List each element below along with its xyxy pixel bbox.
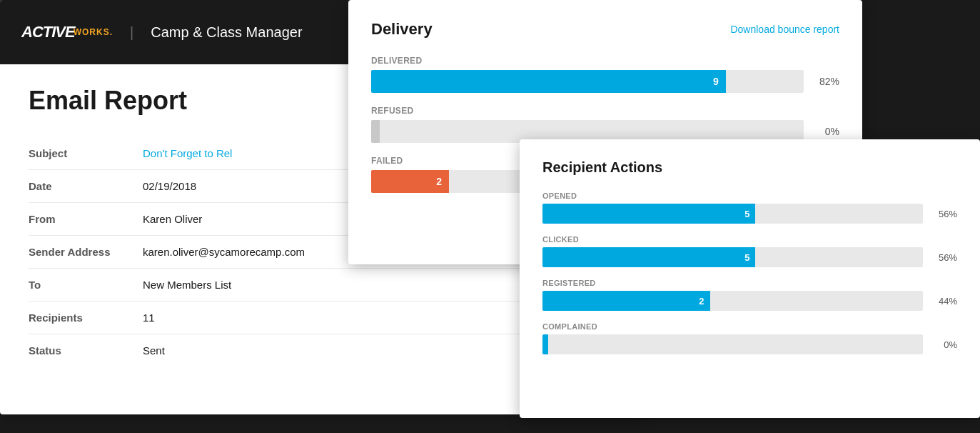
recipient-metric: Clicked556% bbox=[542, 235, 957, 267]
bar-percent: 0% bbox=[811, 126, 839, 137]
ra-bar-fill: 5 bbox=[542, 247, 755, 267]
recipient-metric: Registered244% bbox=[542, 279, 957, 311]
field-label: Sender Address bbox=[29, 236, 143, 269]
delivery-metric: Refused0% bbox=[371, 106, 839, 143]
field-label: Recipients bbox=[29, 302, 143, 334]
ra-bar-container: 556% bbox=[542, 247, 957, 267]
ra-metric-label: Opened bbox=[542, 191, 957, 200]
ra-bar-fill bbox=[542, 334, 548, 354]
ra-bar-container: 0% bbox=[542, 334, 957, 354]
logo-area: ACTIVE works. | Camp & Class Manager bbox=[21, 23, 303, 41]
ra-bar-container: 556% bbox=[542, 204, 957, 224]
metric-label: Delivered bbox=[371, 56, 839, 66]
ra-metric-label: Registered bbox=[542, 279, 957, 287]
app-name: Camp & Class Manager bbox=[151, 24, 302, 41]
recipient-metrics: Opened556%Clicked556%Registered244%Compl… bbox=[542, 191, 957, 354]
delivery-title: Delivery bbox=[371, 20, 433, 39]
recipient-metric: Opened556% bbox=[542, 191, 957, 224]
works-text: works. bbox=[74, 27, 113, 37]
metric-label: Refused bbox=[371, 106, 839, 116]
ra-bar-container: 244% bbox=[542, 291, 957, 311]
recipient-metric: Complained0% bbox=[542, 322, 957, 354]
bar-track: 9 bbox=[371, 70, 804, 93]
field-label: Status bbox=[29, 334, 143, 367]
ra-bar-track: 5 bbox=[542, 247, 923, 267]
ra-bar-percent: 44% bbox=[930, 296, 957, 307]
download-bounce-report-link[interactable]: Download bounce report bbox=[730, 24, 839, 35]
recipient-actions-card: Recipient Actions Opened556%Clicked556%R… bbox=[520, 139, 980, 418]
ra-bar-percent: 56% bbox=[930, 252, 957, 263]
logo-divider: | bbox=[130, 24, 133, 41]
ra-bar-track: 5 bbox=[542, 204, 923, 224]
ra-bar-track bbox=[542, 334, 923, 354]
bar-fill: 9 bbox=[371, 70, 726, 93]
field-label: To bbox=[29, 269, 143, 302]
ra-bar-percent: 56% bbox=[930, 209, 957, 219]
recipient-actions-title: Recipient Actions bbox=[542, 159, 957, 176]
field-label: Date bbox=[29, 170, 143, 203]
bar-fill: 2 bbox=[371, 170, 449, 193]
ra-bar-track: 2 bbox=[542, 291, 923, 311]
ra-metric-label: Clicked bbox=[542, 235, 957, 244]
active-text: ACTIVE bbox=[21, 23, 75, 41]
delivery-metric: Delivered982% bbox=[371, 56, 839, 93]
ra-bar-fill: 5 bbox=[542, 204, 755, 224]
bar-container: 982% bbox=[371, 70, 839, 93]
bar-percent: 82% bbox=[811, 76, 839, 87]
bar-fill bbox=[371, 120, 380, 143]
delivery-header: Delivery Download bounce report bbox=[371, 20, 839, 39]
subject-link[interactable]: Don't Forget to Rel bbox=[143, 147, 232, 159]
field-label: Subject bbox=[29, 137, 143, 170]
field-label: From bbox=[29, 203, 143, 236]
ra-bar-fill: 2 bbox=[542, 291, 710, 311]
ra-bar-percent: 0% bbox=[930, 339, 957, 350]
ra-metric-label: Complained bbox=[542, 322, 957, 331]
active-logo: ACTIVE works. bbox=[21, 23, 113, 41]
